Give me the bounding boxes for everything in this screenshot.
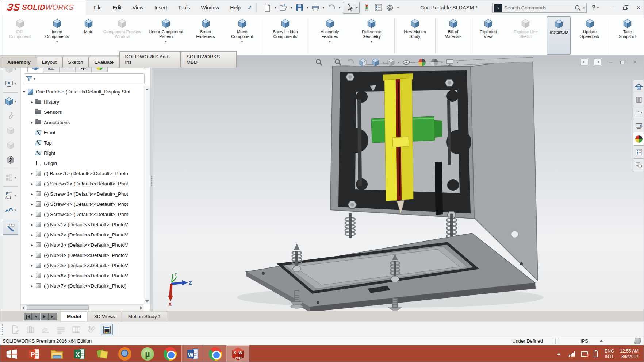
solidworks-taskbar-icon[interactable]: SW2016 <box>227 345 249 362</box>
split-pane-right-icon[interactable] <box>594 59 601 65</box>
open-file-icon[interactable] <box>278 2 289 13</box>
zoom-to-fit-icon[interactable] <box>314 57 325 68</box>
tree-row[interactable]: ▸ (f) Base<1> (Default<<Default>_Photo <box>22 168 144 178</box>
expand-arrow[interactable]: ▸ <box>30 172 35 176</box>
scrollbar-thumb[interactable] <box>27 305 89 310</box>
chrome-2-icon[interactable] <box>204 345 227 362</box>
expand-arrow[interactable]: ▸ <box>30 274 35 278</box>
view-settings-icon[interactable] <box>444 57 455 68</box>
scroll-right-arrow[interactable] <box>140 306 142 310</box>
pin-toolbar-button[interactable] <box>247 3 257 12</box>
tree-row[interactable]: ▸ History <box>22 97 144 107</box>
expand-arrow[interactable]: ▸ <box>30 233 35 237</box>
apply-scene-icon[interactable] <box>429 57 440 68</box>
menu-item[interactable]: View <box>128 3 148 12</box>
home-icon[interactable] <box>633 80 644 93</box>
doc-restore-button[interactable] <box>620 60 625 64</box>
expand-arrow[interactable]: ▸ <box>30 202 35 206</box>
move-component-icon[interactable] <box>0 138 20 153</box>
tree-row[interactable]: Right <box>22 148 144 158</box>
view-palette-icon[interactable] <box>633 119 644 132</box>
scroll-down-arrow[interactable] <box>145 300 149 303</box>
clock[interactable]: 12:55 AM3/9/2017 <box>620 348 639 359</box>
performance-evaluation-icon[interactable] <box>101 324 113 335</box>
units-selector[interactable]: IPS <box>580 338 588 344</box>
insert-components-icon[interactable]: ▾ <box>0 94 20 109</box>
tree-row[interactable]: ▸ (-) Nut<5> (Default<<Default>_PhotoV <box>22 260 144 270</box>
model-view-tab[interactable]: 3D Views <box>88 312 121 321</box>
ribbon-button[interactable]: Take Snapshot <box>612 16 644 55</box>
scroll-up-arrow[interactable] <box>145 88 149 90</box>
expand-arrow[interactable]: ▾ <box>22 90 27 94</box>
reference-geometry-icon[interactable]: ▾ <box>0 188 20 203</box>
tree-row[interactable]: Top <box>22 138 144 148</box>
filter-funnel-icon[interactable] <box>26 75 33 82</box>
expand-arrow[interactable]: ▸ <box>30 192 35 196</box>
command-tab[interactable]: Layout <box>37 57 62 68</box>
filter-dropdown[interactable]: ▾ <box>34 77 35 81</box>
new-file-dropdown[interactable]: ▾ <box>273 6 277 9</box>
language-indicator[interactable]: ENGINTL <box>605 348 614 359</box>
expand-arrow[interactable]: ▸ <box>30 182 35 186</box>
next-tab-button[interactable] <box>41 313 49 320</box>
graphics-viewport[interactable]: ▾ ▾ ▾ ▾ ▾ – × <box>153 56 644 311</box>
expand-arrow[interactable]: ▸ <box>30 243 35 247</box>
tree-row[interactable]: ▸ (-) Nut<2> (Default<<Default>_PhotoV <box>22 230 144 240</box>
firefox-icon[interactable] <box>114 345 136 362</box>
view-orientation-dropdown[interactable]: ▾ <box>382 61 384 64</box>
file-explorer-icon[interactable] <box>633 106 644 119</box>
ribbon-button[interactable]: Component Preview Window <box>100 16 144 55</box>
tree-row[interactable]: Front <box>22 127 144 138</box>
tree-row[interactable]: ▸ (-) Nut<3> (Default<<Default>_PhotoV <box>22 240 144 250</box>
undo-dropdown[interactable]: ▾ <box>338 6 341 9</box>
hide-show-items-dropdown[interactable]: ▾ <box>413 61 415 64</box>
ribbon-button[interactable]: Exploded View <box>472 16 504 55</box>
expand-arrow[interactable]: ▸ <box>30 212 35 216</box>
select-dropdown[interactable]: ▾ <box>355 4 359 12</box>
custom-menu-icon[interactable] <box>55 324 67 335</box>
smart-fasteners-icon[interactable] <box>0 153 20 167</box>
tree-row[interactable]: ▸ (-) Screw<3> (Default<<Default>_Phot <box>22 189 144 199</box>
panel-splitter[interactable] <box>150 56 153 311</box>
network-disconnected-icon[interactable] <box>581 351 588 357</box>
view-settings-dropdown[interactable]: ▾ <box>457 61 459 64</box>
tree-row[interactable]: ▸ (-) Screw<5> (Default<<Default>_Phot <box>22 209 144 219</box>
hide-show-items-icon[interactable] <box>401 57 412 68</box>
properties-icon[interactable] <box>373 2 384 13</box>
minimize-button[interactable]: – <box>609 4 617 11</box>
menu-item[interactable]: Insert <box>150 3 172 12</box>
previous-view-icon[interactable] <box>345 57 356 68</box>
photos-icon[interactable] <box>91 345 114 362</box>
display-style-icon[interactable] <box>386 57 396 68</box>
word-icon[interactable]: W <box>181 345 204 362</box>
ribbon-button[interactable]: Reference Geometry ▾ <box>350 16 393 55</box>
help-dropdown[interactable]: ▾ <box>597 6 599 9</box>
command-tab[interactable]: Assembly <box>2 57 36 68</box>
ribbon-button-dropdown[interactable]: ▾ <box>329 40 331 43</box>
table-icon[interactable] <box>70 324 82 335</box>
ribbon-button[interactable]: Explode Line Sketch <box>505 16 547 55</box>
chrome-icon[interactable] <box>159 345 181 362</box>
save-icon[interactable] <box>294 2 305 13</box>
tree-row[interactable]: ▸ Annotations <box>22 117 144 127</box>
select-cursor-icon[interactable] <box>344 2 355 13</box>
save-dropdown[interactable]: ▾ <box>306 6 309 9</box>
expand-arrow[interactable]: ▸ <box>30 100 35 104</box>
undo-icon[interactable] <box>326 2 337 13</box>
expand-arrow[interactable]: ▸ <box>30 263 35 267</box>
apply-scene-dropdown[interactable]: ▾ <box>441 61 443 64</box>
tree-row[interactable]: Sensors <box>22 107 144 117</box>
powerpoint-icon[interactable]: P <box>23 345 46 362</box>
spline-curve-icon[interactable]: ▾ <box>0 203 20 217</box>
ribbon-button[interactable]: Insert Components ▾ <box>37 16 77 55</box>
tree-row[interactable]: ▸ (-) Nut<6> (Default<<Default>_PhotoV <box>22 270 144 281</box>
cnc-3d-model[interactable] <box>153 56 644 311</box>
ribbon-button-dropdown[interactable]: ▾ <box>241 40 243 43</box>
command-tab[interactable]: Sketch <box>62 57 88 68</box>
eraser-icon[interactable] <box>40 324 51 335</box>
ribbon-button[interactable]: Linear Component Pattern ▾ <box>144 16 188 55</box>
model-view-tab[interactable]: Motion Study 1 <box>122 312 167 321</box>
tree-row[interactable]: ▸ (-) Nut<7> (Default<<Default>_Photo) <box>22 281 144 291</box>
menu-item[interactable]: File <box>89 3 106 12</box>
linear-component-pattern-icon[interactable]: ▾ <box>0 170 20 185</box>
